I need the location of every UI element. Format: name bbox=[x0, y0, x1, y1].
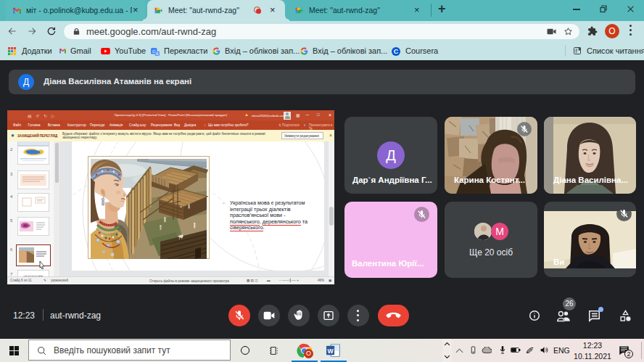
svg-text:W: W bbox=[327, 347, 334, 355]
